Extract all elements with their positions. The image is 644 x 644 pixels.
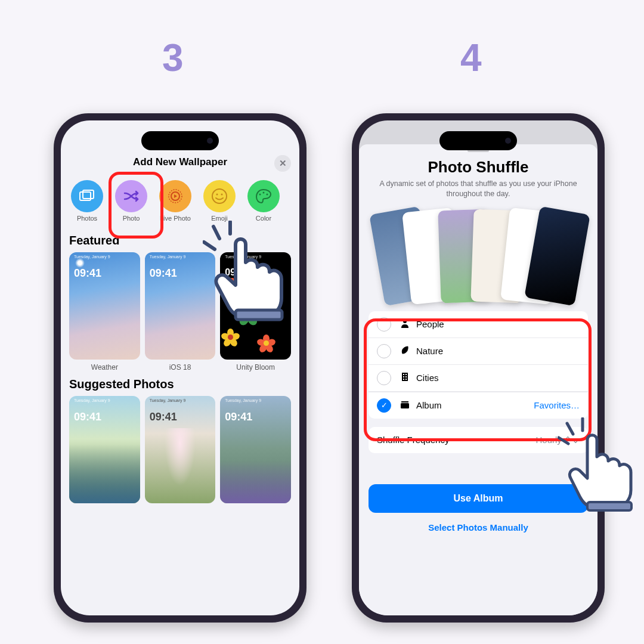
close-button[interactable]: ✕: [274, 155, 291, 172]
svg-rect-19: [405, 376, 407, 377]
sheet-subtitle: A dynamic set of photos that shuffle as …: [359, 177, 597, 205]
phone-frame-left: Add New Wallpaper ✕ Photos Photo: [54, 113, 306, 623]
screen-right: Photo Shuffle A dynamic set of photos th…: [359, 120, 597, 615]
option-label: Cities: [416, 373, 580, 383]
thumb-label: Unity Bloom: [220, 363, 291, 371]
thumb-date: Tuesday, January 9: [220, 252, 291, 259]
option-label: People: [416, 319, 580, 329]
category-label: Color: [256, 215, 271, 222]
screen-left: Add New Wallpaper ✕ Photos Photo: [61, 120, 299, 615]
preview-fan: [371, 205, 586, 306]
category-photos[interactable]: Photos: [69, 180, 105, 222]
radio-unchecked: [377, 344, 391, 358]
svg-point-6: [221, 194, 223, 196]
svg-rect-18: [403, 376, 404, 377]
option-cities[interactable]: Cities: [369, 365, 588, 392]
featured-heading: Featured: [61, 228, 299, 252]
page-title: Add New Wallpaper: [133, 156, 227, 168]
category-label: Photos: [77, 215, 97, 222]
building-icon: [400, 372, 410, 384]
category-row: Photos Photo Live Photo Emoji: [61, 175, 299, 228]
featured-unity-bloom[interactable]: Tuesday, January 9 09:41: [220, 252, 291, 360]
person-icon: [400, 318, 410, 330]
radio-checked: ✓: [377, 398, 391, 413]
svg-rect-15: [402, 373, 408, 381]
option-album[interactable]: ✓ Album Favorites…: [369, 392, 588, 419]
palette-icon: [247, 180, 280, 212]
emoji-icon: [203, 180, 236, 212]
svg-point-5: [216, 194, 218, 196]
svg-point-7: [259, 194, 261, 196]
svg-rect-20: [403, 379, 404, 380]
featured-ios18[interactable]: Tuesday, January 9 09:41: [145, 252, 216, 360]
category-color[interactable]: Color: [246, 180, 281, 222]
suggested-photo-2[interactable]: Tuesday, January 9 09:41: [145, 396, 216, 503]
close-icon: ✕: [279, 158, 287, 169]
updown-icon: ⌃⌄: [564, 435, 580, 445]
sheet-title: Photo Shuffle: [359, 158, 597, 177]
album-value-link[interactable]: Favorites…: [534, 400, 580, 410]
suggested-heading: Suggested Photos: [61, 371, 299, 396]
thumb-label: Weather: [69, 363, 140, 371]
featured-weather[interactable]: Tuesday, January 9 09:41: [69, 252, 140, 360]
thumb-time: 09:41: [145, 259, 216, 280]
shuffle-frequency-row[interactable]: Shuffle Frequency Hourly ⌃⌄: [369, 427, 588, 453]
frequency-value: Hourly ⌃⌄: [535, 435, 580, 445]
radio-unchecked: [377, 317, 391, 332]
photos-icon: [71, 180, 103, 212]
phone-frame-right: Photo Shuffle A dynamic set of photos th…: [352, 113, 605, 623]
category-label: Photo: [123, 215, 140, 222]
suggested-photo-3[interactable]: Tuesday, January 9 09:41: [220, 396, 291, 503]
suggested-row: Tuesday, January 9 09:41 Tuesday, Januar…: [61, 396, 299, 503]
dynamic-island: [141, 131, 219, 150]
option-label: Album: [416, 400, 534, 410]
option-label: Nature: [416, 346, 580, 356]
thumb-date: Tuesday, January 9: [145, 396, 216, 402]
svg-point-4: [212, 189, 227, 203]
thumb-time: 09:41: [145, 402, 216, 423]
live-photo-icon: [159, 180, 191, 212]
frequency-label: Shuffle Frequency: [377, 435, 535, 445]
suggested-photo-1[interactable]: Tuesday, January 9 09:41: [69, 396, 140, 503]
thumb-date: Tuesday, January 9: [69, 396, 140, 402]
select-manually-link[interactable]: Select Photos Manually: [359, 513, 597, 542]
option-nature[interactable]: Nature: [369, 338, 588, 365]
svg-rect-16: [403, 374, 404, 375]
thumb-time: 09:41: [69, 402, 140, 423]
featured-row: Tuesday, January 9 09:41 Weather Tuesday…: [61, 252, 299, 371]
option-people[interactable]: People: [369, 311, 588, 338]
use-album-button[interactable]: Use Album: [369, 484, 588, 513]
shuffle-options-list: People Nature Cities ✓: [369, 311, 588, 419]
svg-rect-22: [401, 401, 408, 402]
thumb-time: 09:41: [220, 402, 291, 423]
thumb-label: iOS 18: [145, 363, 216, 371]
svg-point-14: [403, 320, 407, 323]
shuffle-icon: [115, 180, 147, 212]
svg-rect-17: [405, 374, 407, 375]
svg-rect-21: [405, 379, 407, 380]
radio-unchecked: [377, 371, 391, 385]
svg-point-8: [263, 192, 265, 194]
category-photo-shuffle[interactable]: Photo: [113, 180, 149, 222]
album-icon: [400, 400, 410, 411]
category-emoji[interactable]: Emoji: [202, 180, 237, 222]
dynamic-island: [439, 131, 517, 150]
photo-shuffle-sheet: Photo Shuffle A dynamic set of photos th…: [359, 144, 597, 615]
leaf-icon: [400, 345, 410, 357]
svg-rect-23: [401, 403, 409, 408]
svg-point-9: [267, 194, 268, 196]
step-number-4: 4: [460, 36, 482, 80]
category-live-photo[interactable]: Live Photo: [157, 180, 193, 222]
thumb-date: Tuesday, January 9: [220, 396, 291, 402]
category-label: Emoji: [211, 215, 228, 222]
step-number-3: 3: [162, 36, 184, 80]
thumb-date: Tuesday, January 9: [145, 252, 216, 259]
category-label: Live Photo: [160, 215, 191, 222]
